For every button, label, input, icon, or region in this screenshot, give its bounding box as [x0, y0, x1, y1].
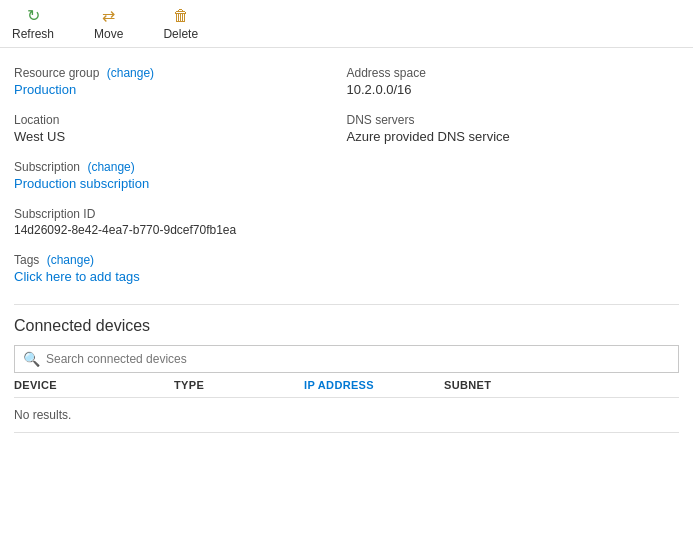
delete-label: Delete [163, 27, 198, 41]
tags-change-link[interactable]: (change) [47, 253, 94, 267]
connected-devices-section: Connected devices 🔍 DEVICE TYPE IP ADDRE… [0, 305, 693, 433]
dns-servers-label: DNS servers [347, 113, 680, 127]
dns-servers-value: Azure provided DNS service [347, 129, 680, 144]
subscription-value: Production subscription [14, 176, 347, 191]
search-bar: 🔍 [14, 345, 679, 373]
dns-servers-item: DNS servers Azure provided DNS service [347, 107, 680, 154]
col-ip-address: IP ADDRESS [304, 379, 444, 391]
move-label: Move [94, 27, 123, 41]
search-icon: 🔍 [23, 351, 40, 367]
location-label: Location [14, 113, 347, 127]
subscription-id-label: Subscription ID [14, 207, 347, 221]
col-type: TYPE [174, 379, 304, 391]
delete-button[interactable]: 🗑 Delete [163, 7, 198, 41]
refresh-button[interactable]: ↻ Refresh [12, 6, 54, 41]
location-value: West US [14, 129, 347, 144]
no-results-text: No results. [14, 398, 679, 433]
col-device: DEVICE [14, 379, 174, 391]
subscription-item: Subscription (change) Production subscri… [14, 154, 347, 201]
refresh-icon: ↻ [27, 6, 40, 25]
subscription-id-right-placeholder [347, 201, 680, 247]
subscription-id-value: 14d26092-8e42-4ea7-b770-9dcef70fb1ea [14, 223, 347, 237]
search-input[interactable] [46, 352, 670, 366]
move-icon: ⇄ [102, 6, 115, 25]
subscription-change-link[interactable]: (change) [87, 160, 134, 174]
address-space-label: Address space [347, 66, 680, 80]
resource-group-value: Production [14, 82, 347, 97]
tags-item: Tags (change) Click here to add tags [14, 247, 347, 294]
connected-devices-title: Connected devices [14, 317, 679, 335]
table-header: DEVICE TYPE IP ADDRESS SUBNET [14, 373, 679, 398]
move-button[interactable]: ⇄ Move [94, 6, 123, 41]
tags-right-placeholder [347, 247, 680, 294]
resource-group-label: Resource group (change) [14, 66, 347, 80]
delete-icon: 🗑 [173, 7, 189, 25]
subscription-label: Subscription (change) [14, 160, 347, 174]
resource-group-change-link[interactable]: (change) [107, 66, 154, 80]
address-space-value: 10.2.0.0/16 [347, 82, 680, 97]
refresh-label: Refresh [12, 27, 54, 41]
subscription-right-placeholder [347, 154, 680, 201]
tags-value[interactable]: Click here to add tags [14, 269, 347, 284]
address-space-item: Address space 10.2.0.0/16 [347, 60, 680, 107]
resource-group-item: Resource group (change) Production [14, 60, 347, 107]
toolbar: ↻ Refresh ⇄ Move 🗑 Delete [0, 0, 693, 48]
subscription-id-item: Subscription ID 14d26092-8e42-4ea7-b770-… [14, 201, 347, 247]
col-subnet: SUBNET [444, 379, 564, 391]
tags-label: Tags (change) [14, 253, 347, 267]
properties-section: Resource group (change) Production Addre… [0, 48, 693, 294]
location-item: Location West US [14, 107, 347, 154]
